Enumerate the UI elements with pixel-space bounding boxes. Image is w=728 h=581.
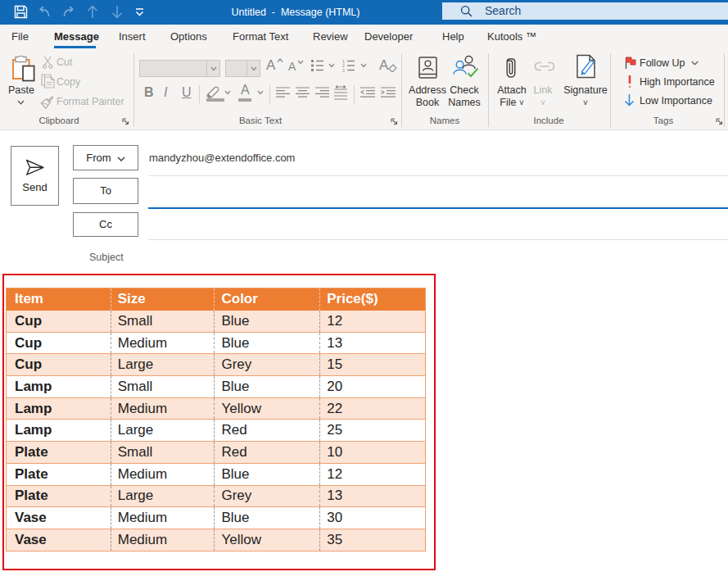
svg-text:3: 3 [342,68,345,73]
